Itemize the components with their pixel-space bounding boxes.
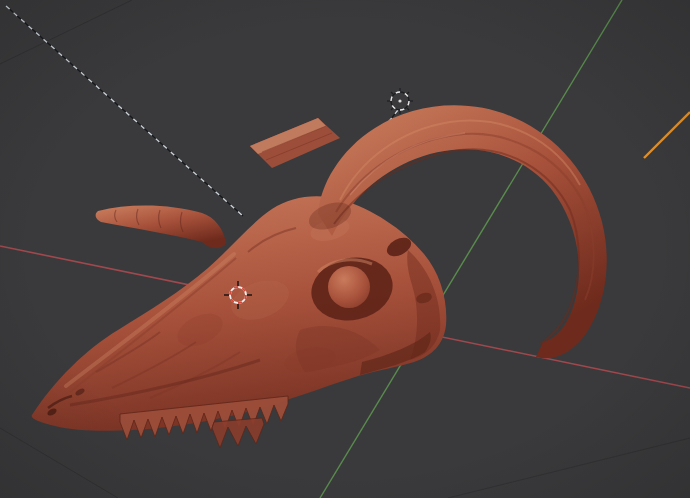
skull-teeth-lower <box>212 418 264 448</box>
3d-viewport[interactable] <box>0 0 690 498</box>
